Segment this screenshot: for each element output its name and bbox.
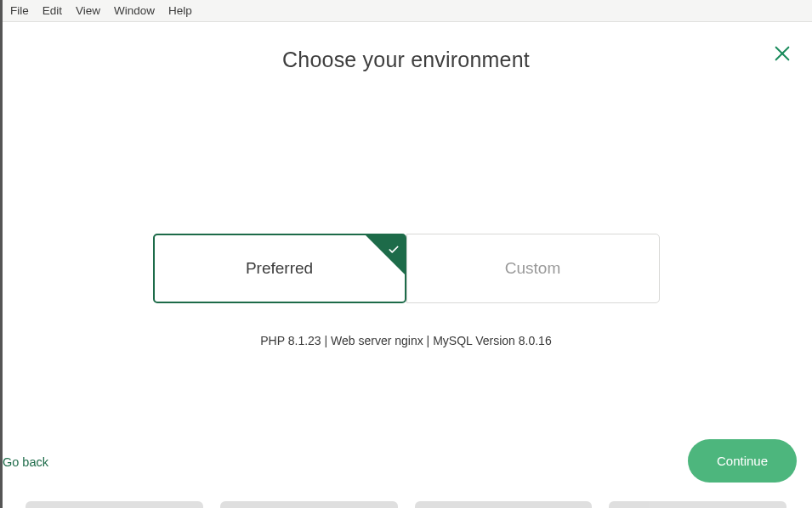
check-icon — [388, 241, 400, 253]
menu-file[interactable]: File — [3, 2, 36, 20]
environment-details: PHP 8.1.23 | Web server nginx | MySQL Ve… — [0, 334, 812, 347]
menu-edit[interactable]: Edit — [36, 2, 69, 20]
close-icon[interactable] — [773, 44, 792, 63]
environment-options: Preferred Custom — [0, 234, 812, 303]
menu-view[interactable]: View — [69, 2, 107, 20]
option-custom-label: Custom — [505, 259, 560, 278]
main-content: Choose your environment Preferred Custom… — [0, 22, 812, 508]
option-preferred-label: Preferred — [246, 259, 313, 278]
menubar: File Edit View Window Help — [0, 0, 812, 22]
menu-window[interactable]: Window — [107, 2, 162, 20]
continue-button[interactable]: Continue — [688, 439, 797, 483]
option-custom[interactable]: Custom — [406, 234, 660, 303]
option-preferred[interactable]: Preferred — [153, 234, 406, 303]
menu-help[interactable]: Help — [162, 2, 199, 20]
page-title: Choose your environment — [0, 48, 812, 72]
go-back-link[interactable]: Go back — [3, 455, 48, 469]
bottom-decoration — [0, 501, 812, 508]
